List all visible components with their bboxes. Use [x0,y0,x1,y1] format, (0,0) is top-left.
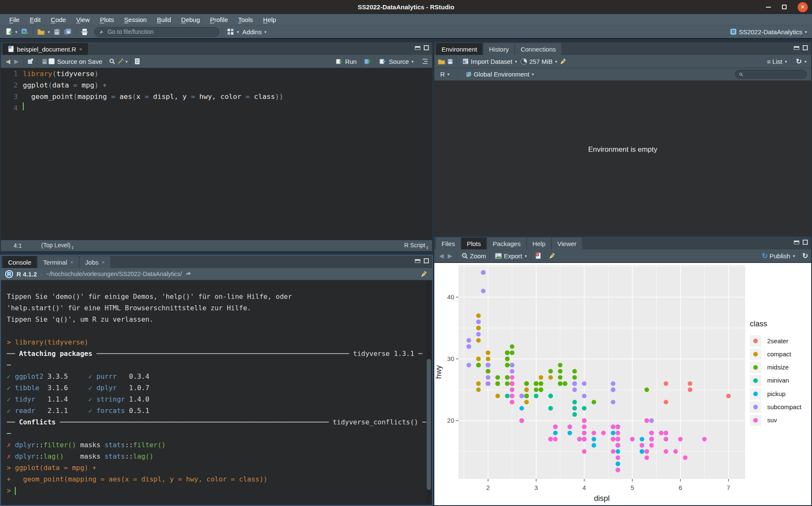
export-plot-button[interactable]: Export ▾ [493,252,528,260]
menu-bar: FileEditCodeViewPlotsSessionBuildDebugPr… [0,14,812,25]
goto-directory-icon[interactable] [185,271,191,276]
menu-code[interactable]: Code [47,15,70,24]
addins-button[interactable]: Addins ▾ [241,27,268,36]
environment-search-box [735,70,807,79]
menu-build[interactable]: Build [153,15,175,24]
save-icon[interactable] [40,57,49,66]
menu-file[interactable]: File [5,15,24,24]
tab-jobs[interactable]: Jobs× [80,256,110,268]
clear-all-plots-icon[interactable] [548,252,557,260]
memory-usage-button[interactable]: 257 MiB ▾ [518,57,559,66]
source-on-save-checkbox[interactable] [49,58,55,64]
menu-tools[interactable]: Tools [234,15,257,24]
minimize-pane-icon[interactable] [415,259,420,263]
tab-source-document[interactable]: R beispiel_document.R × [3,43,88,55]
clear-console-icon[interactable] [420,270,428,278]
back-icon[interactable]: ◀ [4,57,12,66]
save-button[interactable] [52,27,62,36]
environment-scope-selector[interactable]: Global Environment ▾ [464,70,536,79]
environment-empty-text: Environment is empty [434,145,811,154]
maximize-pane-icon[interactable] [803,45,808,50]
save-workspace-icon[interactable] [446,57,454,66]
forward-icon[interactable]: ▶ [12,57,21,66]
chevron-down-icon: ▾ [525,254,527,258]
tab-terminal[interactable]: Terminal× [38,256,79,268]
list-icon: ≡ [767,58,771,65]
source-pane: R beispiel_document.R × ◀ ▶ Source on Sa… [1,42,432,251]
tab-history[interactable]: History [483,43,514,55]
svg-text:✕: ✕ [536,253,539,256]
tab-files[interactable]: Files [436,238,461,249]
maximize-icon[interactable] [782,5,787,9]
code-editor[interactable]: 1library(tidyverse)2ggplot(data = mpg) +… [1,68,432,240]
open-in-new-window-icon[interactable] [26,57,35,66]
new-project-button[interactable]: R [19,27,30,36]
minimize-pane-icon[interactable] [794,46,799,50]
chevron-down-icon: ▾ [785,59,787,64]
close-icon[interactable]: ✕ [798,2,808,12]
tab-connections[interactable]: Connections [515,43,561,55]
source-button[interactable]: Source ▾ [378,57,415,66]
memory-usage-label: 257 MiB [529,58,552,65]
new-file-button[interactable]: ▾ [3,27,19,36]
print-button[interactable] [79,27,90,36]
find-replace-icon[interactable] [108,57,116,66]
import-dataset-button[interactable]: Import Dataset ▾ [460,57,518,66]
zoom-plot-button[interactable]: Zoom [460,252,488,260]
tab-label: Plots [467,240,481,247]
close-tab-icon[interactable]: × [79,46,82,52]
menu-plots[interactable]: Plots [96,15,118,24]
project-menu-button[interactable]: R SS2022-DataAnalytics ▾ [728,27,809,36]
clear-objects-icon[interactable] [559,57,567,66]
refresh-environment-button[interactable]: ↻ ▾ [794,56,808,67]
minimize-pane-icon[interactable] [415,46,420,50]
rerun-icon[interactable] [364,57,372,66]
maximize-pane-icon[interactable] [424,45,429,50]
remove-plot-icon[interactable]: ✕ [534,252,543,260]
maximize-pane-icon[interactable] [803,240,808,245]
next-plot-icon[interactable]: ▶ [446,252,454,260]
close-tab-icon[interactable]: × [102,259,105,265]
menu-view[interactable]: View [72,15,94,24]
tab-help[interactable]: Help [527,238,551,249]
list-view-button[interactable]: ≡ List ▾ [765,57,789,66]
tab-console[interactable]: Console [3,256,37,268]
menu-session[interactable]: Session [120,15,151,24]
environment-search-input[interactable] [746,71,803,78]
scrollbar-thumb[interactable] [427,359,431,490]
refresh-plot-icon[interactable]: ↻ [802,252,808,260]
tab-plots[interactable]: Plots [461,238,486,249]
compile-notebook-icon[interactable] [133,57,142,66]
close-tab-icon[interactable]: × [70,259,74,265]
save-all-button[interactable] [62,27,74,36]
menu-edit[interactable]: Edit [25,15,45,24]
load-workspace-icon[interactable] [437,57,446,66]
document-outline-icon[interactable] [421,57,429,66]
open-file-button[interactable]: ▾ [36,27,52,36]
console-output[interactable]: Tippen Sie 'demo()' für einige Demos, 'h… [1,281,432,505]
environment-content: Environment is empty [434,81,811,235]
menu-help[interactable]: Help [259,15,280,24]
svg-text:30: 30 [447,355,454,362]
tab-packages[interactable]: Packages [487,238,526,249]
console-scrollbar[interactable] [426,281,431,504]
tab-viewer[interactable]: Viewer [552,238,582,249]
doc-type-selector[interactable]: R Script▴▾ [404,242,428,249]
pane-layout-button[interactable]: ▾ [225,27,241,36]
publish-button[interactable]: ↻ Publish ▾ [760,251,796,261]
chevron-down-icon: ▾ [411,59,414,64]
code-tools-icon[interactable] [116,57,125,66]
maximize-pane-icon[interactable] [424,258,429,263]
menu-profile[interactable]: Profile [206,15,233,24]
previous-plot-icon[interactable]: ◀ [437,252,446,260]
run-button[interactable]: Run [334,57,359,66]
scope-selector[interactable]: (Top Level)▴▾ [41,242,73,249]
console-line: > [7,485,432,496]
minimize-icon[interactable] [766,7,771,8]
language-selector[interactable]: R ▾ [439,70,451,79]
goto-file-box [94,27,219,37]
tab-environment[interactable]: Environment [436,43,483,55]
menu-debug[interactable]: Debug [177,15,204,24]
minimize-pane-icon[interactable] [794,241,799,244]
goto-file-input[interactable] [107,28,215,36]
